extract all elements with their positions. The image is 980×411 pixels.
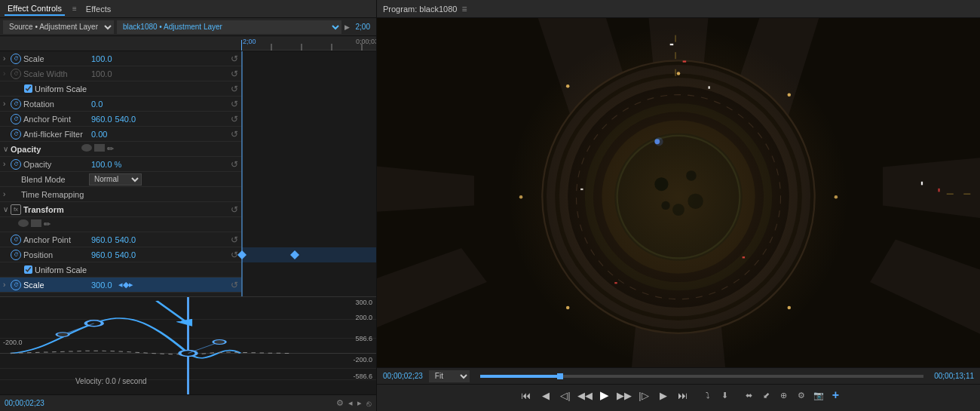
bottom-export-icon[interactable]: ⎋ <box>366 399 372 408</box>
prev-edit-btn[interactable]: ◁| <box>557 388 574 403</box>
uniform-scale-checkbox[interactable] <box>24 84 32 93</box>
rotation-stopwatch[interactable]: ⏱ <box>11 99 21 109</box>
opacity-rect[interactable] <box>94 144 105 152</box>
bottom-next-icon[interactable]: ▸ <box>357 398 362 408</box>
transport-bar: ⏮ ◀ ◁| ◀◀ ▶ ▶▶ |▷ ▶ ⏭ ⤵ ⬇ ⬌ ⬋ ⊕ ⚙ 📷 <box>377 385 980 406</box>
rotation-reset[interactable]: ↺ <box>231 99 238 109</box>
t-uniform-checkbox[interactable] <box>24 265 32 274</box>
opacity-toggle[interactable]: ∨ <box>3 145 11 153</box>
t-position-row: ⏱ Position 960.0 540.0 ↺ <box>0 247 241 262</box>
lift-btn[interactable]: ⬌ <box>742 388 757 403</box>
anchor-x[interactable]: 960.0 <box>91 115 112 124</box>
scale-width-label: Scale Width <box>23 69 91 78</box>
scale-stopwatch[interactable]: ⏱ <box>11 54 21 64</box>
play-btn[interactable]: ▶ <box>596 388 613 403</box>
t-anchor-row: ⏱ Anchor Point 960.0 540.0 ↺ <box>0 232 241 247</box>
anti-flicker-stopwatch[interactable]: ⏱ <box>11 129 21 140</box>
t-scale-add-kf[interactable]: ◆ <box>123 280 129 290</box>
opacity-ellipse[interactable] <box>81 144 92 152</box>
transform-ellipse[interactable] <box>18 219 29 227</box>
opacity-reset[interactable]: ↺ <box>231 159 238 170</box>
insert-btn[interactable]: ⤵ <box>700 388 715 403</box>
export-frame-btn[interactable]: 📷 <box>811 388 826 403</box>
tab-effects[interactable]: Effects <box>83 3 114 15</box>
t-scale-reset[interactable]: ↺ <box>231 280 238 290</box>
settings-btn[interactable]: ⚙ <box>794 388 809 403</box>
anti-flicker-value[interactable]: 0.00 <box>91 130 107 139</box>
t-anchor-stopwatch[interactable]: ⏱ <box>11 235 21 245</box>
skip-to-start-btn[interactable]: ⏮ <box>518 388 534 403</box>
skip-to-end-btn[interactable]: ⏭ <box>675 388 691 403</box>
anchor-y[interactable]: 540.0 <box>115 115 136 124</box>
anchor-label: Anchor Point <box>23 115 91 124</box>
anti-flicker-row: ⏱ Anti-flicker Filter 0.00 ↺ <box>0 127 241 142</box>
rewind-btn[interactable]: ◀◀ <box>577 388 593 403</box>
scale-width-reset[interactable]: ↺ <box>231 69 238 79</box>
scale-width-value: 100.0 <box>91 69 112 78</box>
scale-width-stopwatch[interactable]: ⏱ <box>11 69 21 79</box>
fast-fwd-btn[interactable]: ▶▶ <box>616 388 632 403</box>
time-remap-toggle[interactable]: › <box>3 190 11 198</box>
transform-pen[interactable]: ✏ <box>44 219 51 229</box>
opacity-pen[interactable]: ✏ <box>107 144 114 154</box>
rotation-value[interactable]: 0.0 <box>91 100 103 109</box>
bottom-prev-icon[interactable]: ◂ <box>348 398 353 408</box>
t-anchor-x[interactable]: 960.0 <box>91 235 112 244</box>
progress-head[interactable] <box>557 373 563 379</box>
t-position-y[interactable]: 540.0 <box>115 250 136 259</box>
transform-toggle[interactable]: ∨ <box>3 205 11 213</box>
t-anchor-reset[interactable]: ↺ <box>231 235 238 245</box>
anti-flicker-reset[interactable]: ↺ <box>231 129 238 140</box>
anchor-reset[interactable]: ↺ <box>231 114 238 124</box>
uniform-scale-reset[interactable]: ↺ <box>231 84 238 94</box>
step-fwd-btn[interactable]: ▶ <box>655 388 672 403</box>
layer-dropdown[interactable]: black1080 • Adjustment Layer <box>117 20 341 34</box>
blend-mode-dropdown[interactable]: Normal <box>89 173 142 186</box>
overwrite-btn[interactable]: ⬇ <box>718 388 733 403</box>
opacity-stopwatch[interactable]: ⏱ <box>11 159 21 170</box>
rotation-toggle[interactable]: › <box>3 100 11 108</box>
scale-toggle[interactable]: › <box>3 54 11 63</box>
program-menu-icon[interactable]: ≡ <box>461 4 467 14</box>
svg-rect-54 <box>921 182 923 186</box>
uniform-scale-label[interactable]: Uniform Scale <box>24 84 87 94</box>
anti-flicker-prop: ⏱ Anti-flicker Filter 0.00 ↺ <box>0 127 241 141</box>
scale-reset[interactable]: ↺ <box>231 54 238 64</box>
panel-menu-icon[interactable]: ≡ <box>72 5 77 13</box>
source-timecode: 2;00 <box>353 23 373 31</box>
zoom-btn[interactable]: ⊕ <box>776 388 792 403</box>
scale-value[interactable]: 100.0 <box>91 54 112 63</box>
t-scale-prop: › ⏱ Scale 300.0 ◂ ◆ ▸ ↺ <box>0 278 241 292</box>
t-anchor-prop: ⏱ Anchor Point 960.0 540.0 ↺ <box>0 232 241 247</box>
bottom-timecode: 00;00;02;23 <box>5 399 44 407</box>
anchor-stopwatch[interactable]: ⏱ <box>11 114 21 124</box>
transform-section: ∨ fx Transform ↺ <box>0 202 241 216</box>
t-uniform-label[interactable]: Uniform Scale <box>24 265 87 275</box>
uniform-scale-text: Uniform Scale <box>35 84 87 94</box>
t-position-x[interactable]: 960.0 <box>91 250 112 259</box>
t-position-reset[interactable]: ↺ <box>231 250 238 260</box>
step-back-btn[interactable]: ◀ <box>537 388 554 403</box>
t-scale-value[interactable]: 300.0 <box>91 281 112 290</box>
opacity-val-toggle[interactable]: › <box>3 160 11 168</box>
video-frame <box>377 18 980 367</box>
opacity-value[interactable]: 100.0 % <box>91 160 121 169</box>
svg-text:2;00: 2;00 <box>243 38 256 45</box>
t-anchor-y[interactable]: 540.0 <box>115 235 136 244</box>
tab-effect-controls[interactable]: Effect Controls <box>5 2 65 16</box>
opacity-prop: › ⏱ Opacity 100.0 % ↺ <box>0 157 241 171</box>
fit-dropdown[interactable]: Fit 25% 50% 100% <box>429 370 470 382</box>
t-scale-next-kf[interactable]: ▸ <box>129 280 133 290</box>
props-column: › ⏱ Scale 100.0 ↺ › ⏱ <box>0 51 241 296</box>
add-btn[interactable]: + <box>832 388 839 402</box>
next-edit-btn[interactable]: |▷ <box>635 388 652 403</box>
t-scale-toggle[interactable]: › <box>3 281 11 289</box>
source-dropdown[interactable]: Source • Adjustment Layer <box>3 20 114 34</box>
bottom-filter-icon[interactable]: ⚙ <box>336 398 344 408</box>
t-scale-stopwatch[interactable]: ⏱ <box>11 280 21 290</box>
transform-reset[interactable]: ↺ <box>231 204 238 215</box>
extract-btn[interactable]: ⬋ <box>759 388 774 403</box>
fx-icon: fx <box>11 204 21 215</box>
t-position-stopwatch[interactable]: ⏱ <box>11 250 21 260</box>
transform-rect[interactable] <box>31 219 41 227</box>
